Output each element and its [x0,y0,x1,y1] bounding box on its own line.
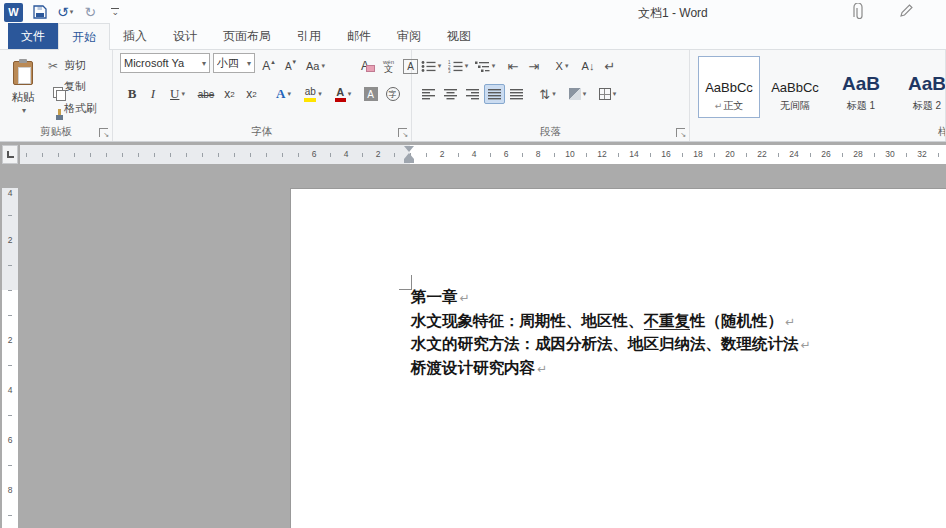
superscript-button[interactable]: x2 [241,84,262,104]
phonetic-bottom-text: 文 [384,66,393,73]
tab-design[interactable]: 设计 [160,23,210,49]
left-indent-marker[interactable] [404,159,414,163]
subscript-button[interactable]: x2 [219,84,240,104]
paperclip-icon [853,3,866,25]
ruler-number: 8 [2,485,18,496]
ribbon-tab-row: 文件 开始 插入 设计 页面布局 引用 邮件 审阅 视图 [0,24,946,50]
borders-button[interactable]: ▾ [594,84,621,104]
distribute-button[interactable] [506,84,527,104]
style-preview: AaBbCc [771,80,819,95]
font-group: Microsoft Ya ▾ 小四 ▾ A▴ A▾ Aa▾ A wén文 A B… [113,50,412,141]
style-name: ↵正文 [715,99,744,113]
change-case-button[interactable]: Aa▾ [302,56,329,76]
character-shading-button[interactable]: A [360,84,381,104]
ruler-number: 18 [691,149,704,160]
italic-button[interactable]: I [143,84,163,104]
first-line-indent-marker[interactable] [404,146,414,152]
increase-indent-button[interactable]: ⇥ [524,56,544,76]
paste-label: 粘贴 [12,90,35,105]
font-color-button[interactable]: A▾ [329,84,357,104]
ruler-number: 6 [310,149,319,160]
style-no-spacing[interactable]: AaBbCc 无间隔 [764,56,826,118]
strikethrough-button[interactable]: abe [194,84,218,104]
font-dialog-launcher[interactable]: ↘ [398,128,407,137]
ruler-number: 6 [2,435,18,446]
cut-button[interactable]: ✂ 剪切 [46,56,86,75]
tab-file[interactable]: 文件 [8,23,58,49]
tab-view[interactable]: 视图 [434,23,484,49]
phonetic-guide-button[interactable]: wén文 [378,56,399,76]
style-heading-2[interactable]: AaB 标题 2 [896,56,946,118]
doc-line: 水文的研究方法：成因分析法、地区归纳法、数理统计法↵ [411,333,811,357]
text-effects-button[interactable]: A▾ [270,84,297,104]
triangle-up-icon: ▴ [271,58,275,66]
justify-icon [488,88,502,100]
tab-mailings[interactable]: 邮件 [334,23,384,49]
vertical-ruler: 4 2 2 4 6 8 [2,188,18,528]
sort-button[interactable]: A↓ [577,56,599,76]
chevron-down-icon: ▾ [583,90,587,98]
align-right-button[interactable] [462,84,483,104]
underline-button[interactable]: U▾ [164,84,191,104]
ruler-number: 4 [2,188,18,199]
word-logo-icon[interactable]: W [4,3,23,22]
enclose-characters-button[interactable]: 字 [382,84,403,104]
tab-home[interactable]: 开始 [58,23,110,50]
format-painter-button[interactable]: 格式刷 [46,99,97,118]
clipboard-group-label: 剪贴板 [0,125,112,139]
line-spacing-button[interactable]: ⇅▾ [534,84,561,104]
title-bar: W ↺▾ ↻ ⌄ 文档1 - Word [0,0,946,24]
launcher-arrow-icon: ↘ [680,131,686,139]
tab-stop-icon [7,151,14,158]
redo-button[interactable]: ↻ [82,2,98,22]
justify-button[interactable] [484,84,505,104]
text-highlight-button[interactable]: ab▾ [299,84,327,104]
style-heading-1[interactable]: AaB 标题 1 [830,56,892,118]
style-normal[interactable]: AaBbCc ↵正文 [698,56,760,118]
document-text[interactable]: 第一章↵ 水文现象特征：周期性、地区性、不重复性（随机性）↵ 水文的研究方法：成… [411,286,811,380]
tab-selector[interactable] [2,145,18,164]
save-button[interactable] [32,2,48,22]
launcher-arrow-icon: ↘ [103,131,109,139]
asian-layout-button[interactable]: X▾ [549,56,575,76]
paste-button[interactable]: 粘贴 ▾ [3,54,43,134]
customize-qat-button[interactable]: ⌄ [107,2,123,22]
ruler-number: 16 [659,149,672,160]
bullets-button[interactable]: ▾ [418,56,444,76]
font-color-letter: A [336,87,344,97]
align-left-button[interactable] [418,84,439,104]
copy-button[interactable]: 复制 [46,77,86,96]
ruler-number: 2 [2,335,18,346]
numbering-icon: 123 [448,60,463,73]
undo-button[interactable]: ↺▾ [57,2,73,22]
paragraph-dialog-launcher[interactable]: ↘ [676,128,685,137]
show-hide-marks-button[interactable]: ↵ [600,56,620,76]
tab-review[interactable]: 审阅 [384,23,434,49]
multilevel-list-button[interactable]: ▾ [472,56,498,76]
bold-button[interactable]: B [122,84,142,104]
tab-references[interactable]: 引用 [284,23,334,49]
style-name-text: 标题 2 [913,99,941,113]
grow-font-button[interactable]: A▴ [258,56,279,76]
paragraph-mark: ↵ [785,315,795,329]
distribute-icon [510,88,524,100]
decrease-indent-button[interactable]: ⇤ [503,56,523,76]
shrink-font-button[interactable]: A▾ [280,56,301,76]
chevron-down-icon: ▾ [70,8,74,16]
shading-button[interactable]: ▾ [564,84,591,104]
chevron-down-icon: ▾ [465,62,469,70]
chevron-down-icon: ▾ [287,90,291,98]
ruler-number: 2 [438,149,447,160]
paragraph-group-label: 段落 [412,125,689,139]
tab-page-layout[interactable]: 页面布局 [210,23,284,49]
clipboard-dialog-launcher[interactable]: ↘ [99,128,108,137]
doc-line: 桥渡设计研究内容↵ [411,357,811,381]
align-center-button[interactable] [440,84,461,104]
tab-insert[interactable]: 插入 [110,23,160,49]
ruler-number: 4 [342,149,351,160]
numbering-button[interactable]: 123 ▾ [445,56,471,76]
clear-formatting-button[interactable]: A [353,56,377,76]
highlight-color-bar [304,98,316,102]
document-page[interactable]: 第一章↵ 水文现象特征：周期性、地区性、不重复性（随机性）↵ 水文的研究方法：成… [290,188,946,528]
font-group-label: 字体 [113,125,411,139]
